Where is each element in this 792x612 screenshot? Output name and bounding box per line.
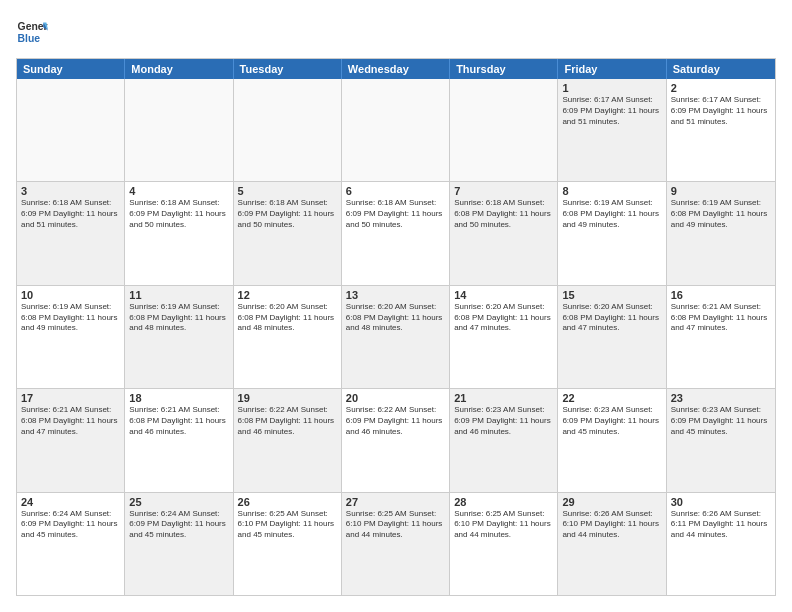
calendar-cell: 5Sunrise: 6:18 AM Sunset: 6:09 PM Daylig… bbox=[234, 182, 342, 284]
cell-info: Sunrise: 6:20 AM Sunset: 6:08 PM Dayligh… bbox=[454, 302, 553, 334]
cell-info: Sunrise: 6:22 AM Sunset: 6:08 PM Dayligh… bbox=[238, 405, 337, 437]
logo: General Blue bbox=[16, 16, 48, 48]
cell-day-number: 18 bbox=[129, 392, 228, 404]
svg-text:Blue: Blue bbox=[18, 33, 41, 44]
logo-icon: General Blue bbox=[16, 16, 48, 48]
cell-info: Sunrise: 6:26 AM Sunset: 6:11 PM Dayligh… bbox=[671, 509, 771, 541]
cell-info: Sunrise: 6:24 AM Sunset: 6:09 PM Dayligh… bbox=[21, 509, 120, 541]
cell-info: Sunrise: 6:18 AM Sunset: 6:09 PM Dayligh… bbox=[21, 198, 120, 230]
cell-info: Sunrise: 6:24 AM Sunset: 6:09 PM Dayligh… bbox=[129, 509, 228, 541]
day-header-saturday: Saturday bbox=[667, 59, 775, 79]
calendar-cell: 27Sunrise: 6:25 AM Sunset: 6:10 PM Dayli… bbox=[342, 493, 450, 595]
cell-info: Sunrise: 6:18 AM Sunset: 6:09 PM Dayligh… bbox=[238, 198, 337, 230]
cell-day-number: 19 bbox=[238, 392, 337, 404]
calendar: SundayMondayTuesdayWednesdayThursdayFrid… bbox=[16, 58, 776, 596]
calendar-cell bbox=[17, 79, 125, 181]
cell-day-number: 22 bbox=[562, 392, 661, 404]
cell-info: Sunrise: 6:21 AM Sunset: 6:08 PM Dayligh… bbox=[21, 405, 120, 437]
cell-info: Sunrise: 6:23 AM Sunset: 6:09 PM Dayligh… bbox=[562, 405, 661, 437]
calendar-cell: 1Sunrise: 6:17 AM Sunset: 6:09 PM Daylig… bbox=[558, 79, 666, 181]
day-header-thursday: Thursday bbox=[450, 59, 558, 79]
calendar-cell: 9Sunrise: 6:19 AM Sunset: 6:08 PM Daylig… bbox=[667, 182, 775, 284]
week-row: 10Sunrise: 6:19 AM Sunset: 6:08 PM Dayli… bbox=[17, 286, 775, 389]
calendar-cell: 4Sunrise: 6:18 AM Sunset: 6:09 PM Daylig… bbox=[125, 182, 233, 284]
calendar-cell: 7Sunrise: 6:18 AM Sunset: 6:08 PM Daylig… bbox=[450, 182, 558, 284]
cell-day-number: 10 bbox=[21, 289, 120, 301]
calendar-cell bbox=[125, 79, 233, 181]
cell-info: Sunrise: 6:19 AM Sunset: 6:08 PM Dayligh… bbox=[21, 302, 120, 334]
cell-day-number: 14 bbox=[454, 289, 553, 301]
page-header: General Blue bbox=[16, 16, 776, 48]
calendar-cell: 14Sunrise: 6:20 AM Sunset: 6:08 PM Dayli… bbox=[450, 286, 558, 388]
calendar-cell bbox=[234, 79, 342, 181]
day-header-tuesday: Tuesday bbox=[234, 59, 342, 79]
cell-info: Sunrise: 6:26 AM Sunset: 6:10 PM Dayligh… bbox=[562, 509, 661, 541]
week-row: 3Sunrise: 6:18 AM Sunset: 6:09 PM Daylig… bbox=[17, 182, 775, 285]
calendar-cell: 16Sunrise: 6:21 AM Sunset: 6:08 PM Dayli… bbox=[667, 286, 775, 388]
cell-info: Sunrise: 6:17 AM Sunset: 6:09 PM Dayligh… bbox=[562, 95, 661, 127]
cell-info: Sunrise: 6:20 AM Sunset: 6:08 PM Dayligh… bbox=[346, 302, 445, 334]
cell-day-number: 6 bbox=[346, 185, 445, 197]
calendar-cell: 28Sunrise: 6:25 AM Sunset: 6:10 PM Dayli… bbox=[450, 493, 558, 595]
cell-day-number: 3 bbox=[21, 185, 120, 197]
cell-info: Sunrise: 6:19 AM Sunset: 6:08 PM Dayligh… bbox=[671, 198, 771, 230]
day-header-wednesday: Wednesday bbox=[342, 59, 450, 79]
cell-info: Sunrise: 6:18 AM Sunset: 6:09 PM Dayligh… bbox=[129, 198, 228, 230]
day-header-friday: Friday bbox=[558, 59, 666, 79]
cell-info: Sunrise: 6:18 AM Sunset: 6:08 PM Dayligh… bbox=[454, 198, 553, 230]
cell-day-number: 30 bbox=[671, 496, 771, 508]
cell-day-number: 11 bbox=[129, 289, 228, 301]
cell-day-number: 26 bbox=[238, 496, 337, 508]
cell-day-number: 23 bbox=[671, 392, 771, 404]
calendar-cell: 12Sunrise: 6:20 AM Sunset: 6:08 PM Dayli… bbox=[234, 286, 342, 388]
calendar-cell: 19Sunrise: 6:22 AM Sunset: 6:08 PM Dayli… bbox=[234, 389, 342, 491]
cell-day-number: 24 bbox=[21, 496, 120, 508]
calendar-cell: 30Sunrise: 6:26 AM Sunset: 6:11 PM Dayli… bbox=[667, 493, 775, 595]
cell-day-number: 4 bbox=[129, 185, 228, 197]
cell-day-number: 17 bbox=[21, 392, 120, 404]
calendar-cell: 22Sunrise: 6:23 AM Sunset: 6:09 PM Dayli… bbox=[558, 389, 666, 491]
calendar-cell: 26Sunrise: 6:25 AM Sunset: 6:10 PM Dayli… bbox=[234, 493, 342, 595]
cell-day-number: 5 bbox=[238, 185, 337, 197]
cell-info: Sunrise: 6:20 AM Sunset: 6:08 PM Dayligh… bbox=[562, 302, 661, 334]
cell-info: Sunrise: 6:21 AM Sunset: 6:08 PM Dayligh… bbox=[671, 302, 771, 334]
calendar-cell: 24Sunrise: 6:24 AM Sunset: 6:09 PM Dayli… bbox=[17, 493, 125, 595]
calendar-cell bbox=[450, 79, 558, 181]
cell-day-number: 9 bbox=[671, 185, 771, 197]
calendar-cell: 13Sunrise: 6:20 AM Sunset: 6:08 PM Dayli… bbox=[342, 286, 450, 388]
cell-day-number: 25 bbox=[129, 496, 228, 508]
cell-info: Sunrise: 6:19 AM Sunset: 6:08 PM Dayligh… bbox=[129, 302, 228, 334]
calendar-cell: 23Sunrise: 6:23 AM Sunset: 6:09 PM Dayli… bbox=[667, 389, 775, 491]
cell-day-number: 8 bbox=[562, 185, 661, 197]
cell-info: Sunrise: 6:21 AM Sunset: 6:08 PM Dayligh… bbox=[129, 405, 228, 437]
cell-info: Sunrise: 6:20 AM Sunset: 6:08 PM Dayligh… bbox=[238, 302, 337, 334]
cell-day-number: 28 bbox=[454, 496, 553, 508]
cell-day-number: 2 bbox=[671, 82, 771, 94]
cell-info: Sunrise: 6:25 AM Sunset: 6:10 PM Dayligh… bbox=[346, 509, 445, 541]
cell-day-number: 15 bbox=[562, 289, 661, 301]
calendar-cell: 18Sunrise: 6:21 AM Sunset: 6:08 PM Dayli… bbox=[125, 389, 233, 491]
cell-info: Sunrise: 6:23 AM Sunset: 6:09 PM Dayligh… bbox=[454, 405, 553, 437]
cell-day-number: 1 bbox=[562, 82, 661, 94]
calendar-cell: 21Sunrise: 6:23 AM Sunset: 6:09 PM Dayli… bbox=[450, 389, 558, 491]
cell-day-number: 20 bbox=[346, 392, 445, 404]
cell-day-number: 27 bbox=[346, 496, 445, 508]
calendar-cell: 10Sunrise: 6:19 AM Sunset: 6:08 PM Dayli… bbox=[17, 286, 125, 388]
cell-info: Sunrise: 6:25 AM Sunset: 6:10 PM Dayligh… bbox=[454, 509, 553, 541]
calendar-cell: 11Sunrise: 6:19 AM Sunset: 6:08 PM Dayli… bbox=[125, 286, 233, 388]
calendar-cell: 6Sunrise: 6:18 AM Sunset: 6:09 PM Daylig… bbox=[342, 182, 450, 284]
cell-day-number: 21 bbox=[454, 392, 553, 404]
calendar-cell: 25Sunrise: 6:24 AM Sunset: 6:09 PM Dayli… bbox=[125, 493, 233, 595]
calendar-cell: 17Sunrise: 6:21 AM Sunset: 6:08 PM Dayli… bbox=[17, 389, 125, 491]
calendar-cell: 3Sunrise: 6:18 AM Sunset: 6:09 PM Daylig… bbox=[17, 182, 125, 284]
cell-info: Sunrise: 6:17 AM Sunset: 6:09 PM Dayligh… bbox=[671, 95, 771, 127]
cell-day-number: 13 bbox=[346, 289, 445, 301]
day-headers: SundayMondayTuesdayWednesdayThursdayFrid… bbox=[17, 59, 775, 79]
week-row: 1Sunrise: 6:17 AM Sunset: 6:09 PM Daylig… bbox=[17, 79, 775, 182]
week-row: 24Sunrise: 6:24 AM Sunset: 6:09 PM Dayli… bbox=[17, 493, 775, 595]
cell-day-number: 12 bbox=[238, 289, 337, 301]
calendar-cell: 20Sunrise: 6:22 AM Sunset: 6:09 PM Dayli… bbox=[342, 389, 450, 491]
cell-info: Sunrise: 6:18 AM Sunset: 6:09 PM Dayligh… bbox=[346, 198, 445, 230]
day-header-monday: Monday bbox=[125, 59, 233, 79]
day-header-sunday: Sunday bbox=[17, 59, 125, 79]
